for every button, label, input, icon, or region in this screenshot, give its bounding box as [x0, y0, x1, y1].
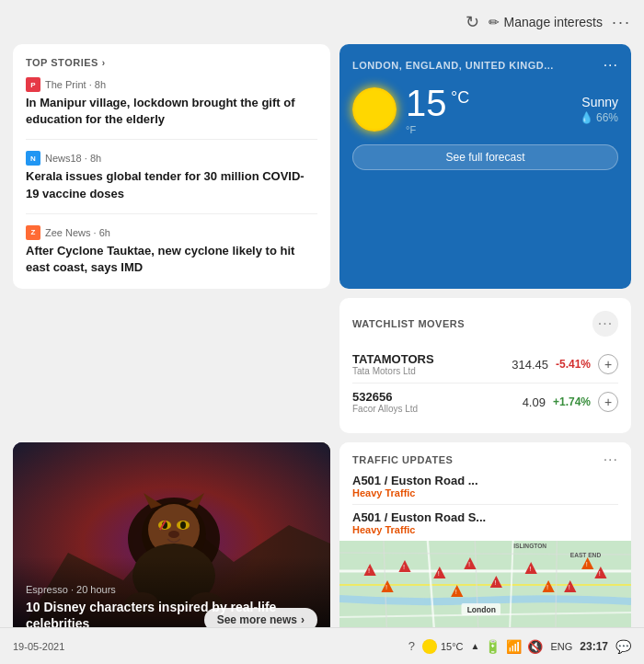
- svg-text:!: !: [569, 583, 570, 591]
- svg-point-8: [180, 521, 186, 529]
- svg-text:!: !: [455, 588, 457, 596]
- svg-point-10: [168, 531, 179, 538]
- traffic-road: A501 / Euston Road S...: [352, 510, 618, 524]
- temp-value: 15: [406, 83, 447, 123]
- traffic-card: TRAFFIC UPDATES ··· A501 / Euston Road .…: [339, 442, 631, 645]
- stock-item[interactable]: 532656 Facor Alloys Ltd 4.09 +1.74% +: [352, 384, 618, 420]
- svg-text:!: !: [385, 583, 387, 591]
- stock-price: 314.45: [512, 358, 548, 372]
- zee-logo: Z: [26, 225, 40, 240]
- taskbar-time: 23:17: [580, 640, 608, 653]
- weather-main: 15 °C °F Sunny 💧 66%: [352, 83, 618, 135]
- more-icon: ···: [612, 13, 631, 31]
- weather-location: LONDON, ENGLAND, UNITED KINGD... ···: [352, 57, 618, 74]
- taskbar-temp: 15°C: [441, 641, 464, 652]
- sun-icon: [352, 87, 397, 132]
- source-name: News18 · 8h: [45, 153, 101, 164]
- top-stories-card: TOP STORIES › P The Print · 8h In Manipu…: [13, 44, 330, 289]
- svg-text:!: !: [494, 578, 496, 587]
- watchlist-header: WATCHLIST MOVERS ···: [352, 311, 618, 337]
- svg-text:!: !: [529, 565, 531, 573]
- top-stories-title: TOP STORIES: [26, 57, 98, 68]
- weather-more-button[interactable]: ···: [604, 57, 618, 74]
- stock-name: Tata Motors Ltd: [352, 366, 434, 376]
- featured-card[interactable]: Espresso · 20 hours 10 Disney characters…: [13, 442, 330, 645]
- weather-temperature: 15 °C °F: [406, 83, 469, 135]
- main-content: TOP STORIES › P The Print · 8h In Manipu…: [0, 44, 644, 627]
- manage-interests-button[interactable]: ✏ Manage interests: [489, 15, 603, 29]
- stock-item[interactable]: TATAMOTORS Tata Motors Ltd 314.45 -5.41%…: [352, 346, 618, 384]
- taskbar-system-icons: ▲ 🔋 📶 🔇: [471, 639, 544, 654]
- taskbar-clock: 23:17: [580, 640, 608, 653]
- top-bar-actions: ↻ ✏ Manage interests ···: [466, 12, 631, 32]
- stock-symbol: TATAMOTORS: [352, 352, 434, 366]
- wifi-icon: 📶: [506, 639, 522, 654]
- svg-text:!: !: [403, 563, 405, 571]
- volume-icon: 🔇: [527, 639, 543, 654]
- stock-change: +1.74%: [553, 395, 591, 408]
- taskbar-right: ? 15°C ▲ 🔋 📶 🔇 ENG 23:17 💬: [408, 639, 631, 654]
- temp-unit-f: °F: [406, 124, 469, 135]
- traffic-info: A501 / Euston Road ... Heavy Traffic A50…: [339, 474, 631, 541]
- news-item[interactable]: P The Print · 8h In Manipur village, loc…: [26, 77, 317, 140]
- svg-text:!: !: [438, 569, 440, 578]
- stock-add-button[interactable]: +: [598, 392, 618, 412]
- location-text: LONDON, ENGLAND, UNITED KINGD...: [352, 60, 554, 71]
- see-more-label: See more news: [217, 613, 297, 626]
- taskbar-date: 19-05-2021: [13, 641, 64, 652]
- stock-add-button[interactable]: +: [598, 354, 618, 374]
- news-headline: After Cyclone Tauktae, new cyclone likel…: [26, 243, 317, 276]
- arrow-up-icon: ▲: [471, 641, 480, 651]
- traffic-route: A501 / Euston Road ... Heavy Traffic: [352, 474, 618, 505]
- print-logo: P: [26, 77, 40, 92]
- weather-condition: Sunny: [580, 95, 618, 109]
- temp-unit-c: °C: [451, 88, 469, 108]
- featured-source: Espresso · 20 hours: [26, 584, 317, 595]
- bottom-row: Espresso · 20 hours 10 Disney characters…: [13, 442, 631, 645]
- stock-name: Facor Alloys Ltd: [352, 404, 418, 414]
- svg-text:!: !: [468, 560, 470, 568]
- chat-icon: 💬: [615, 639, 631, 654]
- svg-text:ISLINGTON: ISLINGTON: [513, 543, 546, 549]
- watchlist-more-button[interactable]: ···: [592, 311, 618, 337]
- svg-text:London: London: [467, 605, 496, 614]
- traffic-route: A501 / Euston Road S... Heavy Traffic: [352, 510, 618, 541]
- traffic-header: TRAFFIC UPDATES ···: [339, 442, 631, 475]
- news-headline: In Manipur village, lockdown brought the…: [26, 95, 317, 128]
- news-source: Z Zee News · 6h: [26, 225, 317, 240]
- weather-humidity: 💧 66%: [580, 111, 618, 124]
- help-button[interactable]: ?: [408, 639, 415, 653]
- news-item[interactable]: Z Zee News · 6h After Cyclone Tauktae, n…: [26, 225, 317, 276]
- stock-info: 532656 Facor Alloys Ltd: [352, 390, 418, 414]
- traffic-status: Heavy Traffic: [352, 487, 618, 498]
- news-item[interactable]: N News18 · 8h Kerala issues global tende…: [26, 151, 317, 213]
- help-icon: ?: [408, 639, 415, 653]
- watchlist-card: WATCHLIST MOVERS ··· TATAMOTORS Tata Mot…: [339, 298, 631, 433]
- news-headline: Kerala issues global tender for 30 milli…: [26, 168, 317, 201]
- source-name: Zee News · 6h: [45, 227, 110, 238]
- manage-interests-label: Manage interests: [504, 15, 603, 29]
- taskbar-weather: 15°C: [422, 639, 464, 654]
- chat-button[interactable]: 💬: [615, 639, 631, 654]
- traffic-status: Heavy Traffic: [352, 524, 618, 535]
- forecast-button[interactable]: See full forecast: [352, 144, 618, 170]
- svg-text:!: !: [368, 567, 370, 575]
- traffic-more-button[interactable]: ···: [604, 452, 618, 468]
- news-source: P The Print · 8h: [26, 77, 317, 92]
- source-name: The Print · 8h: [45, 79, 106, 90]
- stock-info: TATAMOTORS Tata Motors Ltd: [352, 352, 434, 376]
- stock-symbol: 532656: [352, 390, 418, 404]
- svg-text:!: !: [586, 560, 588, 568]
- weather-card: LONDON, ENGLAND, UNITED KINGD... ··· 15 …: [339, 44, 631, 289]
- chevron-right-icon: ›: [102, 58, 106, 68]
- svg-text:EAST END: EAST END: [570, 552, 601, 558]
- battery-icon: 🔋: [485, 639, 500, 654]
- svg-text:!: !: [546, 583, 548, 591]
- chevron-right-icon: ›: [301, 613, 305, 626]
- more-options-button[interactable]: ···: [612, 13, 631, 32]
- top-stories-header: TOP STORIES ›: [26, 57, 317, 68]
- news-source: N News18 · 8h: [26, 151, 317, 166]
- traffic-title: TRAFFIC UPDATES: [352, 454, 453, 465]
- stock-right: 314.45 -5.41% +: [512, 354, 618, 374]
- refresh-button[interactable]: ↻: [466, 12, 479, 32]
